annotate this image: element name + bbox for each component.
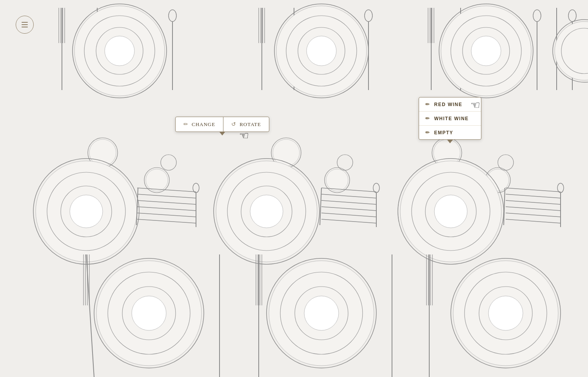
svg-point-113 bbox=[132, 296, 166, 330]
svg-point-24 bbox=[307, 36, 336, 66]
svg-point-74 bbox=[250, 195, 283, 228]
svg-point-55 bbox=[70, 195, 103, 228]
change-rotate-popup: ✏ CHANGE ↺ ROTATE bbox=[175, 117, 269, 132]
table-scene bbox=[0, 0, 588, 377]
empty-option[interactable]: ✏ EMPTY bbox=[419, 126, 481, 139]
svg-point-11 bbox=[105, 36, 134, 66]
empty-label: EMPTY bbox=[434, 130, 454, 135]
pencil-icon-red-wine: ✏ bbox=[425, 101, 430, 107]
svg-point-93 bbox=[434, 195, 467, 228]
menu-button[interactable] bbox=[16, 16, 34, 34]
white-wine-option[interactable]: ✏ WHITE WINE bbox=[419, 112, 481, 126]
pencil-icon-empty: ✏ bbox=[425, 130, 430, 135]
red-wine-option[interactable]: ✏ RED WINE bbox=[419, 97, 481, 112]
rotate-button[interactable]: ↺ ROTATE bbox=[223, 117, 269, 132]
rotate-label: ROTATE bbox=[240, 121, 261, 128]
pencil-icon: ✏ bbox=[183, 121, 189, 128]
wine-dropdown-menu: ✏ RED WINE ✏ WHITE WINE ✏ EMPTY bbox=[419, 97, 481, 140]
rotate-icon: ↺ bbox=[231, 121, 236, 128]
pencil-icon-white-wine: ✏ bbox=[425, 115, 430, 121]
white-wine-label: WHITE WINE bbox=[434, 116, 469, 121]
svg-point-124 bbox=[304, 296, 339, 330]
svg-point-37 bbox=[471, 36, 501, 66]
svg-point-134 bbox=[488, 296, 523, 330]
red-wine-label: RED WINE bbox=[434, 102, 463, 107]
hamburger-icon bbox=[22, 22, 28, 27]
svg-point-49 bbox=[146, 169, 168, 191]
change-label: CHANGE bbox=[192, 121, 215, 128]
change-button[interactable]: ✏ CHANGE bbox=[176, 117, 223, 132]
svg-point-68 bbox=[326, 169, 348, 191]
